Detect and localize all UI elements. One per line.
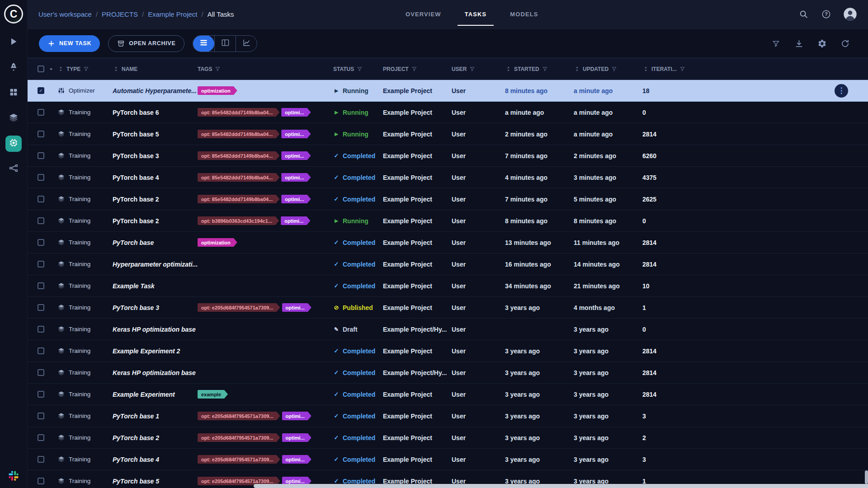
task-row[interactable]: TrainingKeras HP optimization base✎Draft… [28, 319, 868, 340]
task-row[interactable]: TrainingExample Experimentexample✓Comple… [28, 384, 868, 405]
chart-view-button[interactable] [236, 35, 257, 52]
split-view-button[interactable] [214, 35, 236, 52]
task-name[interactable]: PyTorch base 2 [113, 196, 198, 203]
column-header-iterations[interactable]: ITERATI... [642, 66, 685, 72]
sidebar-item-datasets[interactable] [5, 85, 22, 101]
task-name[interactable]: PyTorch base 2 [113, 217, 198, 225]
task-tag[interactable]: opt: e205d684f7954571a7309... [198, 455, 280, 464]
task-tag[interactable]: optimi... [281, 173, 311, 182]
sidebar-item-pipelines[interactable] [5, 60, 22, 76]
task-name[interactable]: PyTorch base 3 [113, 152, 198, 160]
task-tag[interactable]: optimi... [281, 195, 311, 203]
task-tag[interactable]: optimi... [282, 433, 311, 442]
row-checkbox[interactable]: ✓ [38, 87, 44, 94]
task-row[interactable]: TrainingPyTorch base 3opt: 85e5482ddd714… [28, 145, 868, 167]
task-tag[interactable]: optimi... [281, 216, 310, 225]
slack-icon[interactable] [8, 470, 19, 482]
task-name[interactable]: Keras HP optimization base [113, 369, 198, 376]
task-row[interactable]: TrainingPyTorch base 2opt: e205d684f7954… [28, 427, 868, 449]
task-tag[interactable]: opt: e205d684f7954571a7309... [198, 433, 280, 442]
breadcrumb-item[interactable]: PROJECTS [102, 10, 138, 18]
row-checkbox[interactable] [38, 369, 44, 376]
task-name[interactable]: Example Experiment [113, 391, 198, 398]
row-checkbox[interactable] [38, 478, 44, 484]
task-row[interactable]: ✓OptimizerAutomatic Hyperparamete...opti… [28, 80, 868, 102]
task-tag[interactable]: opt: 85e5482ddd7149b8ba04... [198, 173, 279, 182]
tab-models[interactable]: MODELS [498, 0, 550, 28]
task-name[interactable]: PyTorch base [113, 239, 198, 246]
task-row[interactable]: TrainingPyTorch base 3opt: e205d684f7954… [28, 297, 868, 319]
column-header-user[interactable]: USER [452, 66, 505, 72]
column-header-project[interactable]: PROJECT [383, 66, 452, 72]
breadcrumb-item[interactable]: User's workspace [38, 10, 92, 18]
task-row[interactable]: TrainingPyTorch base 4opt: e205d684f7954… [28, 449, 868, 470]
breadcrumb-item[interactable]: Example Project [148, 10, 197, 18]
task-row[interactable]: TrainingExample Experiment 2✓CompletedEx… [28, 340, 868, 362]
task-name[interactable]: PyTorch base 6 [113, 109, 198, 116]
row-checkbox[interactable] [38, 196, 44, 202]
task-tag[interactable]: example [198, 390, 228, 399]
vertical-scrollbar[interactable] [865, 470, 868, 484]
row-checkbox[interactable] [38, 413, 44, 419]
row-checkbox[interactable] [38, 131, 44, 137]
row-checkbox[interactable] [38, 152, 44, 159]
task-row[interactable]: TrainingPyTorch base 6opt: 85e5482ddd714… [28, 102, 868, 123]
column-header-type[interactable]: TYPE [53, 66, 113, 72]
task-tag[interactable]: optimi... [281, 151, 311, 160]
task-row[interactable]: TrainingPyTorch base 2opt: 85e5482ddd714… [28, 188, 868, 210]
task-tag[interactable]: opt: 85e5482ddd7149b8ba04... [198, 108, 279, 117]
task-name[interactable]: Example Experiment 2 [113, 347, 198, 355]
task-tag[interactable]: optimi... [281, 108, 311, 117]
task-row[interactable]: TrainingPyTorch base 5opt: 85e5482ddd714… [28, 123, 868, 145]
column-header-started[interactable]: STARTED [505, 66, 574, 72]
row-checkbox[interactable] [38, 261, 44, 267]
horizontal-scrollbar[interactable] [254, 484, 868, 488]
sidebar-item-projects[interactable] [5, 34, 22, 51]
download-button[interactable] [793, 38, 804, 49]
row-checkbox[interactable] [38, 239, 44, 246]
row-checkbox[interactable] [38, 174, 44, 181]
task-row[interactable]: TrainingPyTorch base 1opt: e205d684f7954… [28, 405, 868, 427]
task-name[interactable]: Example Task [113, 282, 198, 290]
row-checkbox[interactable] [38, 109, 44, 116]
task-tag[interactable]: optimization [198, 238, 237, 247]
row-menu-button[interactable]: ⋮ [835, 84, 848, 98]
row-checkbox[interactable] [38, 282, 44, 289]
help-button[interactable]: ? [821, 9, 831, 20]
new-task-button[interactable]: NEW TASK [39, 35, 100, 52]
task-tag[interactable]: opt: 85e5482ddd7149b8ba04... [198, 195, 279, 203]
task-tag[interactable]: opt: e205d684f7954571a7309... [198, 303, 280, 312]
task-row[interactable]: TrainingHyperparameter optimizati...✓Com… [28, 253, 868, 275]
sidebar-item-workers[interactable] [5, 136, 22, 152]
sidebar-item-reports[interactable] [5, 110, 22, 127]
settings-button[interactable] [816, 38, 827, 49]
row-checkbox[interactable] [38, 456, 44, 463]
row-checkbox[interactable] [38, 391, 44, 398]
task-name[interactable]: PyTorch base 3 [113, 304, 198, 311]
column-header-status[interactable]: STATUS [333, 66, 383, 72]
task-name[interactable]: PyTorch base 4 [113, 174, 198, 181]
column-header-updated[interactable]: UPDATED [574, 66, 642, 72]
task-tag[interactable]: optimization [198, 86, 237, 95]
task-row[interactable]: TrainingPyTorch base 4opt: 85e5482ddd714… [28, 167, 868, 188]
task-tag[interactable]: optimi... [282, 412, 311, 420]
task-tag[interactable]: optimi... [282, 455, 311, 464]
task-name[interactable]: Automatic Hyperparamete... [113, 87, 198, 94]
row-checkbox[interactable] [38, 434, 44, 441]
select-all-checkbox[interactable] [38, 66, 44, 72]
task-name[interactable]: PyTorch base 5 [113, 478, 198, 485]
task-name[interactable]: PyTorch base 5 [113, 131, 198, 138]
filter-button[interactable] [770, 38, 781, 49]
task-row[interactable]: TrainingPyTorch base 2opt: b3896b0363cd4… [28, 210, 868, 232]
task-row[interactable]: TrainingExample Task✓CompletedExample Pr… [28, 275, 868, 297]
row-checkbox[interactable] [38, 217, 44, 224]
task-tag[interactable]: opt: 85e5482ddd7149b8ba04... [198, 151, 279, 160]
task-name[interactable]: Hyperparameter optimizati... [113, 261, 198, 268]
table-view-button[interactable] [193, 35, 214, 52]
task-tag[interactable]: optimi... [281, 130, 311, 138]
sidebar-item-queues[interactable] [5, 161, 22, 177]
task-tag[interactable]: optimi... [282, 303, 311, 312]
column-header-name[interactable]: NAME [113, 66, 198, 72]
column-header-tags[interactable]: TAGS [198, 66, 333, 72]
refresh-button[interactable] [840, 38, 850, 49]
